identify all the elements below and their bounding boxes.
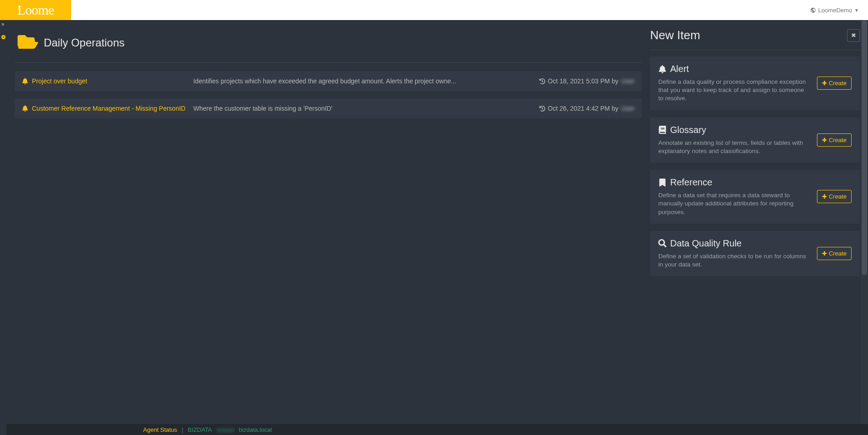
item-author: User: [621, 105, 635, 112]
card-title: Data Quality Rule: [670, 238, 742, 249]
add-button[interactable]: [0, 28, 6, 41]
sidebar-collapsed: »: [0, 20, 6, 435]
card-title: Alert: [670, 64, 689, 74]
item-timestamp: Oct 26, 2021 4:42 PM by: [548, 105, 619, 112]
search-icon: [658, 239, 666, 247]
card-description: Define a data quality or process complia…: [658, 78, 810, 103]
bell-icon: [22, 105, 28, 112]
item-name: Project over budget: [32, 77, 87, 85]
list-item[interactable]: Customer Reference Management - Missing …: [15, 98, 642, 118]
divider: [650, 50, 860, 50]
card-description: Annotate an existing list of terms, fiel…: [658, 139, 810, 155]
bookmark-icon: [658, 179, 666, 187]
scrollbar-thumb[interactable]: [862, 20, 867, 275]
create-reference-button[interactable]: ✚ Create: [817, 190, 852, 203]
logo-text: Loome: [17, 2, 54, 18]
card-description: Define a data set that requires a data s…: [658, 191, 810, 216]
tenant-name: LoomeDemo: [818, 7, 852, 14]
create-alert-button[interactable]: ✚ Create: [817, 77, 852, 90]
folder-open-icon: [15, 33, 39, 52]
item-meta: Oct 18, 2021 5:03 PM by User: [539, 77, 635, 85]
main-area: Daily Operations Project over budget Ide…: [6, 20, 868, 424]
caret-down-icon: ▼: [854, 8, 859, 13]
new-item-card-alert: Alert Define a data quality or process c…: [650, 56, 860, 110]
item-name-cell: Customer Reference Management - Missing …: [22, 105, 193, 112]
button-label: Create: [829, 80, 847, 87]
tenant-dropdown[interactable]: LoomeDemo ▼: [810, 7, 859, 14]
new-item-card-reference: Reference Define a data set that require…: [650, 170, 860, 224]
plus-icon: ✚: [822, 80, 827, 87]
item-description: Where the customer table is missing a 'P…: [193, 105, 539, 112]
list-item[interactable]: Project over budget Identifies projects …: [15, 71, 642, 91]
app-header: Loome LoomeDemo ▼: [0, 0, 868, 20]
item-name: Customer Reference Management - Missing …: [32, 105, 186, 112]
item-timestamp: Oct 18, 2021 5:03 PM by: [548, 77, 619, 85]
book-icon: [658, 126, 666, 134]
create-dq-rule-button[interactable]: ✚ Create: [817, 247, 852, 260]
expand-sidebar-button[interactable]: »: [0, 20, 6, 28]
create-glossary-button[interactable]: ✚ Create: [817, 133, 852, 147]
plus-icon: ✚: [822, 137, 827, 143]
panel-header: New Item ✖: [650, 28, 860, 46]
button-label: Create: [829, 137, 847, 143]
history-icon: [539, 106, 545, 112]
page-title: Daily Operations: [44, 36, 124, 49]
divider: [15, 62, 642, 63]
status-bar: Agent Status | BIZDATAxxxxxx bizdata.loc…: [0, 424, 868, 435]
panel-title: New Item: [650, 28, 700, 42]
bell-icon: [658, 65, 666, 73]
agent-name: BIZDATA: [188, 426, 212, 433]
item-description: Identifies projects which have exceeded …: [193, 77, 539, 85]
separator: |: [181, 426, 183, 433]
logo[interactable]: Loome: [0, 0, 71, 20]
agent-name-redacted: xxxxxx: [217, 426, 234, 433]
item-author: User: [621, 77, 635, 85]
new-item-card-dq-rule: Data Quality Rule Define a set of valida…: [650, 231, 860, 276]
card-title: Reference: [670, 177, 712, 188]
scrollbar[interactable]: [861, 20, 868, 424]
new-item-card-glossary: Glossary Annotate an existing list of te…: [650, 118, 860, 163]
plus-circle-icon: [1, 35, 6, 40]
button-label: Create: [829, 193, 847, 200]
page-title-row: Daily Operations: [15, 33, 642, 58]
card-description: Define a set of validation checks to be …: [658, 252, 810, 269]
plus-icon: ✚: [822, 250, 827, 257]
item-name-cell: Project over budget: [22, 77, 193, 85]
button-label: Create: [829, 250, 847, 257]
agent-status-label: Agent Status: [143, 426, 177, 433]
content: Daily Operations Project over budget Ide…: [6, 20, 650, 424]
bell-icon: [22, 78, 28, 84]
agent-host: bizdata.local: [239, 426, 272, 433]
card-title: Glossary: [670, 125, 706, 135]
globe-icon: [810, 7, 816, 13]
plus-icon: ✚: [822, 193, 827, 200]
close-icon: ✖: [851, 32, 856, 39]
history-icon: [539, 78, 545, 84]
new-item-panel: New Item ✖ Alert Define a data quality o…: [650, 20, 868, 424]
close-panel-button[interactable]: ✖: [847, 29, 860, 42]
item-meta: Oct 26, 2021 4:42 PM by User: [539, 105, 635, 112]
